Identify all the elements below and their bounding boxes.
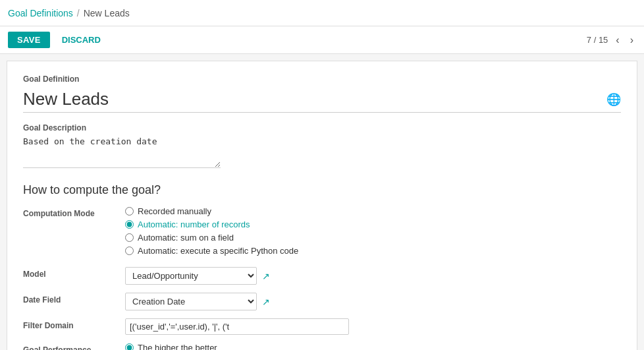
radio-auto-python-input[interactable] — [125, 247, 134, 255]
model-row: Model Lead/Opportunity Contact Customer … — [23, 267, 621, 285]
radio-auto-sum-label[interactable]: Automatic: sum on a field — [138, 233, 234, 243]
radio-auto-records: Automatic: number of records — [125, 219, 621, 229]
goal-description-textarea[interactable]: Based on the creation date — [23, 135, 221, 168]
filter-domain-row: Filter Domain — [23, 318, 621, 335]
breadcrumb: Goal Definitions / New Leads — [8, 8, 130, 18]
model-external-link-icon[interactable]: ↗ — [262, 271, 270, 281]
radio-higher-better: The higher the better — [125, 343, 621, 350]
radio-higher-better-label[interactable]: The higher the better — [138, 343, 217, 350]
save-button[interactable]: SAVE — [8, 32, 50, 48]
breadcrumb-link[interactable]: Goal Definitions — [8, 8, 73, 18]
filter-domain-label: Filter Domain — [23, 318, 125, 330]
computation-mode-options: Recorded manually Automatic: number of r… — [125, 206, 621, 259]
goal-performance-options: The higher the better The lower the bett… — [125, 343, 621, 350]
goal-definition-label: Goal Definition — [23, 74, 621, 84]
date-field-content: Creation Date Modified Date Close Date ↗ — [125, 293, 621, 310]
main-content: Goal Definition 🌐 Goal Description Based… — [7, 61, 637, 350]
radio-auto-sum-input[interactable] — [125, 233, 134, 242]
next-button[interactable]: › — [628, 33, 636, 47]
radio-recorded-manually: Recorded manually — [125, 206, 621, 216]
date-field-row: Date Field Creation Date Modified Date C… — [23, 293, 621, 310]
goal-performance-row: Goal Performance The higher the better T… — [23, 343, 621, 350]
prev-button[interactable]: ‹ — [613, 33, 622, 47]
date-field-select[interactable]: Creation Date Modified Date Close Date — [125, 293, 257, 310]
toolbar-actions: SAVE DISCARD — [8, 32, 107, 48]
radio-auto-records-input[interactable] — [125, 220, 134, 229]
model-content: Lead/Opportunity Contact Customer ↗ — [125, 267, 621, 285]
pagination-controls: 7 / 15 ‹ › — [587, 33, 636, 47]
pagination-text: 7 / 15 — [587, 35, 608, 45]
discard-button[interactable]: DISCARD — [55, 32, 107, 48]
date-field-external-link-icon[interactable]: ↗ — [262, 297, 270, 307]
computation-mode-label: Computation Mode — [23, 206, 125, 218]
how-to-compute-heading: How to compute the goal? — [23, 183, 621, 197]
radio-auto-python-label[interactable]: Automatic: execute a specific Python cod… — [138, 246, 298, 256]
radio-higher-better-input[interactable] — [125, 343, 134, 350]
title-row: 🌐 — [23, 89, 621, 113]
date-field-label: Date Field — [23, 293, 125, 305]
radio-auto-records-label[interactable]: Automatic: number of records — [138, 219, 250, 229]
goal-description-group: Goal Description Based on the creation d… — [23, 123, 621, 170]
top-bar: Goal Definitions / New Leads — [0, 0, 644, 26]
breadcrumb-separator: / — [77, 8, 80, 18]
goal-description-label: Goal Description — [23, 123, 621, 132]
toolbar: SAVE DISCARD 7 / 15 ‹ › — [0, 26, 644, 54]
filter-domain-input[interactable] — [125, 318, 349, 335]
computation-mode-row: Computation Mode Recorded manually Autom… — [23, 206, 621, 259]
model-label: Model — [23, 267, 125, 279]
goal-title-input[interactable] — [23, 89, 601, 109]
goal-performance-label: Goal Performance — [23, 343, 125, 350]
radio-recorded-manually-label[interactable]: Recorded manually — [138, 206, 211, 216]
breadcrumb-current: New Leads — [84, 8, 130, 18]
radio-recorded-manually-input[interactable] — [125, 207, 134, 216]
radio-auto-sum: Automatic: sum on a field — [125, 233, 621, 243]
globe-icon[interactable]: 🌐 — [606, 92, 621, 107]
filter-domain-content — [125, 318, 621, 335]
radio-auto-python: Automatic: execute a specific Python cod… — [125, 246, 621, 256]
model-select[interactable]: Lead/Opportunity Contact Customer — [125, 267, 257, 285]
